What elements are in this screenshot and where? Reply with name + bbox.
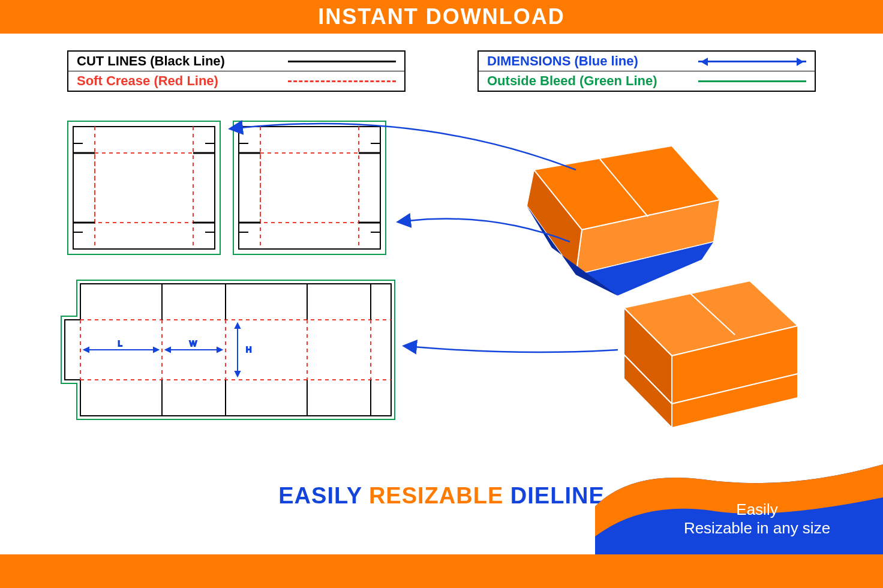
legend-label: Outside Bleed (Green Line) bbox=[487, 73, 698, 89]
footer-easily: EASILY bbox=[278, 483, 362, 508]
legend-label: Soft Crease (Red Line) bbox=[77, 73, 288, 89]
legend-row-crease: Soft Crease (Red Line) bbox=[68, 71, 404, 91]
badge-text: Easily Resizable in any size bbox=[649, 500, 865, 538]
bottom-bar bbox=[0, 554, 883, 588]
badge-line1: Easily bbox=[649, 500, 865, 519]
legend-row-bleed: Outside Bleed (Green Line) bbox=[479, 71, 815, 91]
footer-resizable: RESIZABLE bbox=[369, 483, 503, 508]
legend-sample-green bbox=[698, 75, 806, 87]
legend-label: CUT LINES (Black Line) bbox=[77, 53, 288, 69]
header-bar: INSTANT DOWNLOAD bbox=[0, 0, 883, 34]
legend-row-cutlines: CUT LINES (Black Line) bbox=[68, 52, 404, 71]
legend-sample-red bbox=[288, 75, 396, 87]
footer-dieline: DIELINE bbox=[510, 483, 605, 508]
legend-label: DIMENSIONS (Blue line) bbox=[487, 53, 698, 69]
legend-left: CUT LINES (Black Line) Soft Crease (Red … bbox=[67, 50, 406, 92]
badge: Easily Resizable in any size bbox=[595, 464, 883, 554]
legend-right: DIMENSIONS (Blue line) Outside Bleed (Gr… bbox=[477, 50, 816, 92]
header-title: INSTANT DOWNLOAD bbox=[318, 4, 564, 29]
legend-sample-black bbox=[288, 55, 396, 67]
legend-row-dimensions: DIMENSIONS (Blue line) bbox=[479, 52, 815, 71]
legend: CUT LINES (Black Line) Soft Crease (Red … bbox=[0, 34, 883, 92]
legend-sample-blue bbox=[698, 55, 806, 67]
badge-line2: Resizable in any size bbox=[649, 519, 865, 538]
